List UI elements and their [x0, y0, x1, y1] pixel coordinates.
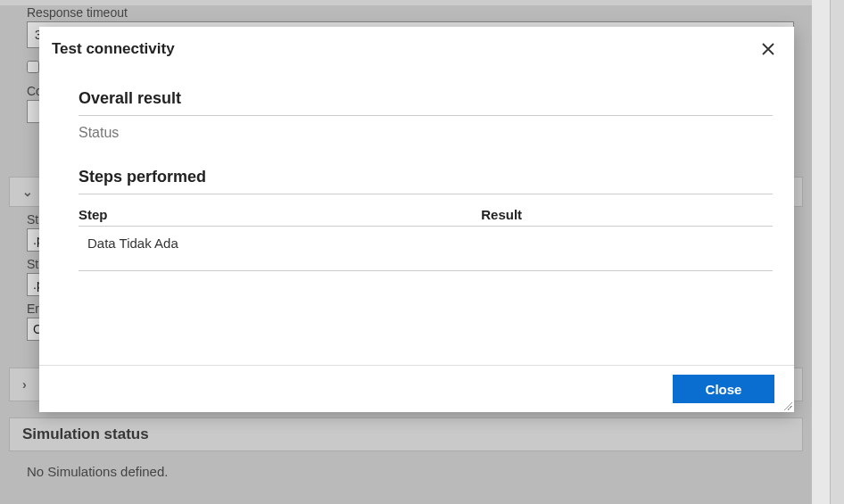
resize-handle-icon[interactable] [782, 400, 792, 410]
table-row: Data Tidak Ada [79, 227, 773, 260]
column-step: Step [79, 207, 481, 222]
close-icon[interactable] [757, 37, 780, 61]
right-scrollbar-area [830, 0, 844, 504]
steps-performed-heading: Steps performed [79, 168, 773, 186]
column-result: Result [481, 207, 773, 222]
close-button[interactable]: Close [673, 375, 774, 403]
status-label: Status [79, 125, 773, 141]
dialog-title: Test connectivity [52, 40, 175, 58]
overall-result-heading: Overall result [79, 89, 773, 108]
test-connectivity-dialog: Test connectivity Overall result Status … [39, 27, 794, 412]
steps-table: Step Result Data Tidak Ada [79, 203, 773, 271]
